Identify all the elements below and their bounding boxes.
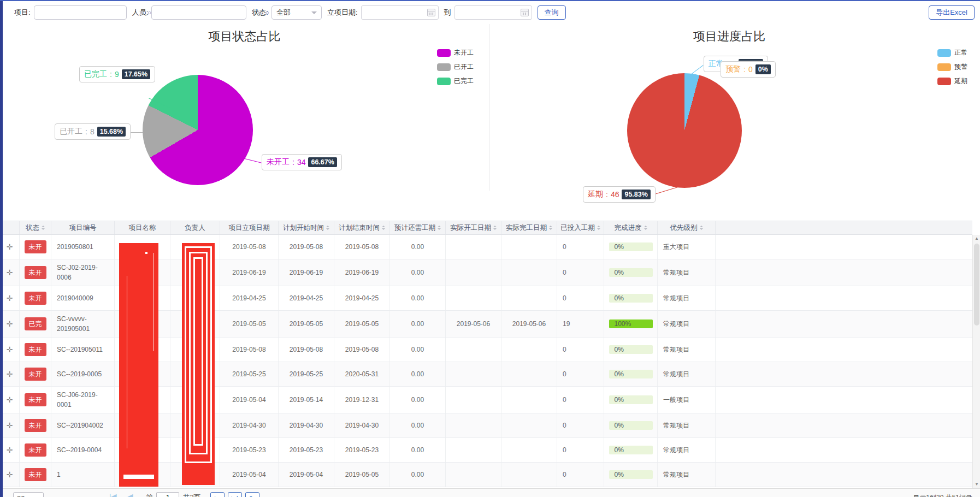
cell-setup_date: 2019-05-08 [220, 235, 279, 259]
clear-icon[interactable]: ✕ [255, 9, 264, 17]
progress-label: 0% [609, 268, 653, 277]
cell-plan_end: 2019-05-05 [334, 463, 390, 487]
legend-item[interactable]: 已开工 [437, 62, 474, 72]
row-drag-icon[interactable]: ✛ [7, 241, 13, 253]
calendar-icon[interactable] [427, 9, 435, 16]
column-header-remain[interactable]: 预计还需工期 [390, 221, 446, 234]
cell-invested: 0 [557, 413, 604, 437]
row-drag-icon[interactable]: ✛ [7, 394, 13, 406]
export-excel-button[interactable]: 导出Excel [929, 5, 975, 20]
project-filter-input[interactable]: ✕ ⌕ [34, 5, 127, 20]
cell-code: SC--201904002 [51, 413, 115, 437]
progress-bar: 0% [609, 421, 653, 430]
legend-item[interactable]: 延期 [937, 76, 967, 86]
cell-invested: 0 [557, 362, 604, 386]
table-scrollbar[interactable]: ▲ ▼ [972, 235, 980, 488]
legend-label: 正常 [954, 48, 967, 57]
status-filter-value: 全部 [276, 8, 291, 17]
row-drag-icon[interactable]: ✛ [7, 344, 13, 356]
cell-actual_start [446, 438, 501, 462]
cell-code: 1 [51, 463, 115, 487]
legend-swatch [937, 49, 951, 57]
cell-priority: 常规项目 [658, 413, 716, 437]
legend-swatch [437, 63, 451, 71]
column-header-plan_start[interactable]: 计划开始时间 [279, 221, 334, 234]
progress-chart-legend: 正常预警延期 [937, 48, 967, 86]
column-header-plan_end[interactable]: 计划结束时间 [334, 221, 390, 234]
cell-plan_start: 2019-05-04 [279, 463, 334, 487]
redaction-overlay-owner [182, 243, 215, 485]
status-badge: 未开 [25, 419, 46, 432]
person-filter-input[interactable]: ✕ ⌕ [151, 5, 246, 20]
column-header-invested[interactable]: 已投入工期 [557, 221, 604, 234]
column-header-priority[interactable]: 优先级别 [658, 221, 716, 234]
cell-drag: ✛ [0, 286, 20, 310]
row-drag-icon[interactable]: ✛ [7, 293, 13, 304]
cell-remain: 0.00 [390, 387, 446, 413]
person-filter-text[interactable] [152, 7, 255, 19]
progress-label: 100% [609, 319, 653, 328]
row-drag-icon[interactable]: ✛ [7, 369, 13, 380]
progress-label: 0% [609, 370, 653, 378]
row-drag-icon[interactable]: ✛ [7, 420, 13, 431]
callout-started: 已开工: 8 15.68% [55, 123, 131, 140]
pagination-bar: 30 |◀ ◀ 第 共2页 ▶ ▶| ↻ 显示1到30,共51记录 [0, 488, 980, 497]
first-page-icon[interactable]: |◀ [109, 492, 116, 497]
column-header-actual_start[interactable]: 实际开工日期 [446, 221, 501, 234]
row-drag-icon[interactable]: ✛ [7, 469, 13, 481]
sort-icon [382, 224, 385, 232]
cell-actual_start [446, 362, 501, 386]
cell-plan_start: 2019-05-25 [279, 362, 334, 386]
refresh-button[interactable]: ↻ [245, 492, 259, 497]
cell-drag: ✛ [0, 413, 20, 437]
clear-icon[interactable]: ✕ [137, 9, 146, 17]
column-header-status[interactable]: 状态 [20, 221, 51, 234]
setup-date-label: 立项日期: [327, 8, 358, 17]
setup-date-to-input[interactable] [454, 5, 532, 20]
pct-badge: 66.67% [308, 157, 336, 167]
status-filter-select[interactable]: 全部 [271, 5, 322, 20]
page-number-input[interactable] [156, 492, 179, 497]
legend-item[interactable]: 正常 [937, 48, 967, 57]
scroll-down-icon[interactable]: ▼ [973, 481, 980, 488]
cell-progress: 0% [604, 362, 658, 386]
last-page-button[interactable]: ▶| [228, 492, 242, 497]
column-header-name: 项目名称 [115, 221, 170, 234]
column-header-label: 已投入工期 [560, 223, 595, 233]
query-button[interactable]: 查询 [538, 5, 566, 20]
setup-date-from-input[interactable] [361, 5, 439, 20]
cell-status: 未开 [20, 286, 51, 310]
project-filter-text[interactable] [34, 7, 137, 19]
legend-item[interactable]: 已完工 [437, 76, 474, 86]
cell-status: 未开 [20, 362, 51, 386]
prev-page-icon[interactable]: ◀ [127, 492, 133, 497]
scrollbar-thumb[interactable] [974, 244, 979, 326]
sort-icon [549, 224, 552, 232]
row-drag-icon[interactable]: ✛ [7, 267, 13, 279]
pct-badge: 0% [755, 64, 771, 74]
row-drag-icon[interactable]: ✛ [7, 445, 13, 456]
page-size-select[interactable]: 30 [13, 492, 44, 497]
legend-item[interactable]: 预警 [937, 62, 967, 72]
cell-plan_end: 2020-05-31 [334, 362, 390, 386]
legend-label: 已完工 [454, 76, 474, 86]
row-drag-icon[interactable]: ✛ [7, 318, 13, 330]
status-badge: 未开 [25, 343, 46, 356]
cell-plan_start: 2019-04-30 [279, 413, 334, 437]
status-pie-chart[interactable] [143, 75, 253, 185]
next-page-button[interactable]: ▶ [210, 492, 225, 497]
scroll-up-icon[interactable]: ▲ [973, 235, 980, 242]
calendar-icon[interactable] [521, 9, 529, 16]
column-header-label: 优先级别 [670, 223, 698, 233]
cell-code: SC-J02-2019-0006 [51, 259, 115, 286]
progress-bar: 0% [609, 242, 653, 251]
column-header-progress[interactable]: 完成进度 [604, 221, 658, 234]
column-header-actual_end[interactable]: 实际完工日期 [501, 221, 557, 234]
cell-code: SC--2019-0005 [51, 362, 115, 386]
legend-item[interactable]: 未开工 [437, 48, 474, 57]
search-icon[interactable]: ⌕ [264, 8, 273, 17]
status-chart-legend: 未开工已开工已完工 [437, 48, 474, 86]
status-badge: 未开 [25, 368, 46, 381]
progress-pie-chart[interactable] [627, 73, 742, 188]
sort-icon [493, 224, 497, 232]
